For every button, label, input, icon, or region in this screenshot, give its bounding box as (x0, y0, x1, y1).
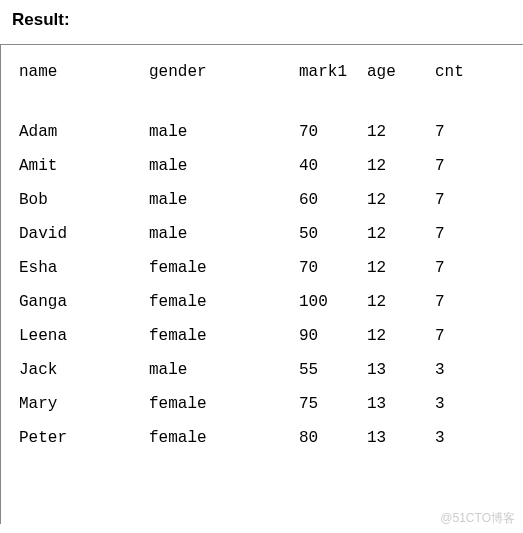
cell-mark1: 100 (299, 293, 367, 327)
table-row: Ganga female 100 12 7 (19, 293, 475, 327)
cell-gender: female (149, 429, 299, 463)
col-header-cnt: cnt (435, 63, 475, 123)
cell-cnt: 7 (435, 293, 475, 327)
cell-age: 13 (367, 361, 435, 395)
cell-cnt: 7 (435, 259, 475, 293)
cell-name: Bob (19, 191, 149, 225)
cell-gender: female (149, 293, 299, 327)
watermark: @51CTO博客 (440, 510, 515, 527)
cell-mark1: 50 (299, 225, 367, 259)
cell-cnt: 7 (435, 157, 475, 191)
cell-mark1: 80 (299, 429, 367, 463)
cell-age: 12 (367, 191, 435, 225)
table-row: Mary female 75 13 3 (19, 395, 475, 429)
cell-name: Amit (19, 157, 149, 191)
cell-mark1: 40 (299, 157, 367, 191)
cell-age: 12 (367, 123, 435, 157)
cell-name: Ganga (19, 293, 149, 327)
cell-mark1: 70 (299, 123, 367, 157)
cell-age: 12 (367, 259, 435, 293)
cell-name: Adam (19, 123, 149, 157)
col-header-gender: gender (149, 63, 299, 123)
table-row: David male 50 12 7 (19, 225, 475, 259)
cell-cnt: 7 (435, 327, 475, 361)
cell-cnt: 7 (435, 225, 475, 259)
result-table: name gender mark1 age cnt Adam male 70 1… (19, 63, 475, 463)
cell-cnt: 7 (435, 191, 475, 225)
cell-mark1: 55 (299, 361, 367, 395)
cell-gender: female (149, 395, 299, 429)
cell-gender: male (149, 361, 299, 395)
cell-age: 12 (367, 327, 435, 361)
table-row: Jack male 55 13 3 (19, 361, 475, 395)
table-row: Adam male 70 12 7 (19, 123, 475, 157)
cell-age: 12 (367, 293, 435, 327)
result-heading: Result: (0, 0, 523, 44)
col-header-name: name (19, 63, 149, 123)
table-row: Peter female 80 13 3 (19, 429, 475, 463)
cell-age: 13 (367, 429, 435, 463)
table-row: Leena female 90 12 7 (19, 327, 475, 361)
table-row: Amit male 40 12 7 (19, 157, 475, 191)
cell-gender: female (149, 259, 299, 293)
cell-gender: male (149, 157, 299, 191)
cell-name: Peter (19, 429, 149, 463)
cell-gender: female (149, 327, 299, 361)
cell-name: Leena (19, 327, 149, 361)
table-row: Bob male 60 12 7 (19, 191, 475, 225)
cell-gender: male (149, 123, 299, 157)
cell-age: 12 (367, 225, 435, 259)
cell-name: Jack (19, 361, 149, 395)
table-row: Esha female 70 12 7 (19, 259, 475, 293)
cell-age: 13 (367, 395, 435, 429)
cell-gender: male (149, 191, 299, 225)
cell-cnt: 3 (435, 429, 475, 463)
cell-name: Mary (19, 395, 149, 429)
cell-cnt: 3 (435, 395, 475, 429)
col-header-mark1: mark1 (299, 63, 367, 123)
result-frame: name gender mark1 age cnt Adam male 70 1… (0, 44, 523, 524)
cell-mark1: 60 (299, 191, 367, 225)
cell-mark1: 75 (299, 395, 367, 429)
cell-mark1: 90 (299, 327, 367, 361)
cell-mark1: 70 (299, 259, 367, 293)
col-header-age: age (367, 63, 435, 123)
cell-name: Esha (19, 259, 149, 293)
cell-cnt: 3 (435, 361, 475, 395)
cell-cnt: 7 (435, 123, 475, 157)
cell-name: David (19, 225, 149, 259)
table-body: Adam male 70 12 7 Amit male 40 12 7 Bob … (19, 123, 475, 463)
table-header-row: name gender mark1 age cnt (19, 63, 475, 123)
cell-age: 12 (367, 157, 435, 191)
cell-gender: male (149, 225, 299, 259)
